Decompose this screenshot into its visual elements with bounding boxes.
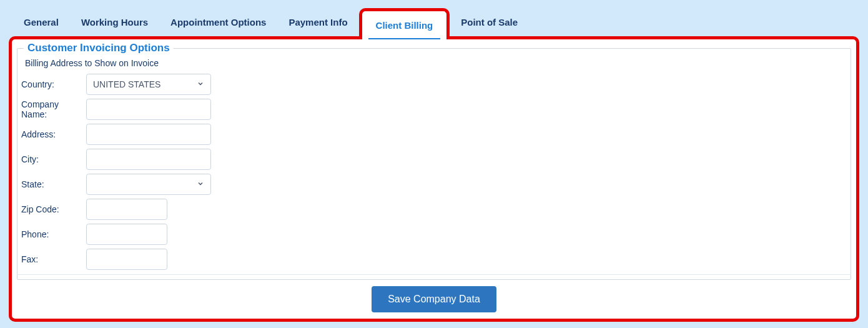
state-select[interactable] bbox=[86, 174, 211, 195]
section-title: Customer Invoicing Options bbox=[24, 42, 174, 54]
fax-input[interactable] bbox=[86, 249, 167, 270]
panel-footer: Save Company Data bbox=[17, 274, 851, 312]
tab-client-billing[interactable]: Client Billing bbox=[359, 8, 450, 39]
zip-input[interactable] bbox=[86, 199, 167, 220]
chevron-down-icon bbox=[197, 179, 204, 189]
address-input[interactable] bbox=[86, 124, 211, 145]
label-phone: Phone: bbox=[21, 229, 86, 239]
city-input[interactable] bbox=[86, 149, 211, 170]
client-billing-panel: Customer Invoicing Options Billing Addre… bbox=[9, 36, 859, 322]
tab-working-hours[interactable]: Working Hours bbox=[70, 8, 159, 36]
label-country: Country: bbox=[21, 79, 86, 89]
label-zip: Zip Code: bbox=[21, 204, 86, 214]
save-company-data-button[interactable]: Save Company Data bbox=[372, 286, 496, 312]
tab-general[interactable]: General bbox=[12, 8, 70, 36]
tab-bar: General Working Hours Appointment Option… bbox=[0, 0, 868, 36]
label-fax: Fax: bbox=[21, 254, 86, 264]
chevron-down-icon bbox=[197, 79, 204, 89]
phone-input[interactable] bbox=[86, 224, 167, 245]
label-company-name: Company Name: bbox=[21, 99, 86, 119]
tab-point-of-sale[interactable]: Point of Sale bbox=[450, 8, 529, 36]
tab-payment-info[interactable]: Payment Info bbox=[277, 8, 358, 36]
label-city: City: bbox=[21, 154, 86, 164]
country-select[interactable]: UNITED STATES bbox=[86, 74, 211, 95]
tab-appointment-options[interactable]: Appointment Options bbox=[159, 8, 277, 36]
company-name-input[interactable] bbox=[86, 99, 211, 120]
country-select-value: UNITED STATES bbox=[93, 79, 160, 89]
label-address: Address: bbox=[21, 129, 86, 139]
section-subtitle: Billing Address to Show on Invoice bbox=[21, 54, 847, 72]
customer-invoicing-options: Customer Invoicing Options Billing Addre… bbox=[17, 42, 851, 280]
label-state: State: bbox=[21, 179, 86, 189]
